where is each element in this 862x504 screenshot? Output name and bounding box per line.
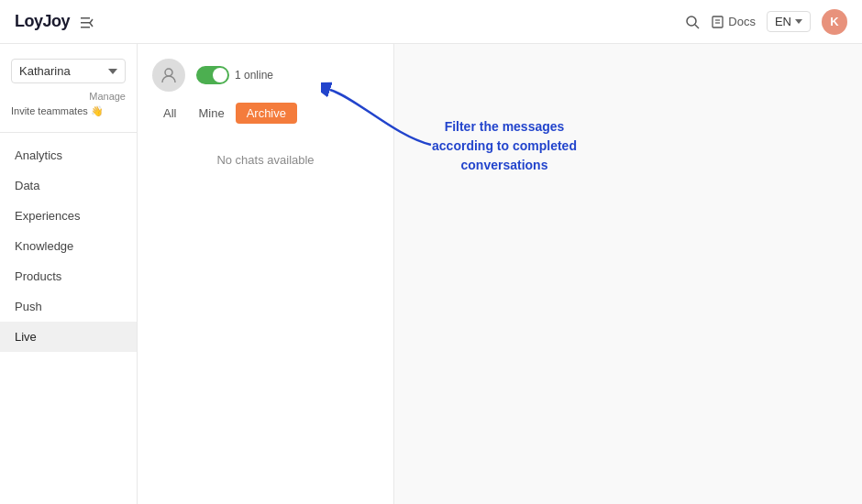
svg-point-8 <box>165 69 172 76</box>
filter-tab-all[interactable]: All <box>152 103 187 124</box>
sidebar-divider <box>0 132 137 133</box>
sidebar-item-data[interactable]: Data <box>0 170 137 201</box>
language-selector[interactable]: EN <box>767 11 811 32</box>
filter-tab-archive[interactable]: Archive <box>236 103 297 124</box>
sidebar-item-label-live: Live <box>15 330 37 344</box>
sidebar-item-label-analytics: Analytics <box>15 148 62 162</box>
annotation-text: Filter the messages according to complet… <box>431 117 578 175</box>
svg-rect-2 <box>81 27 90 28</box>
sidebar-item-knowledge[interactable]: Knowledge <box>0 231 137 261</box>
svg-rect-1 <box>81 22 90 24</box>
online-toggle-area: 1 online <box>196 66 273 84</box>
sidebar-user-select-area: Katharina <box>0 55 137 91</box>
annotation-container: Filter the messages according to complet… <box>431 117 578 175</box>
online-count: 1 online <box>235 69 273 82</box>
docs-button[interactable]: Docs <box>711 15 756 28</box>
sidebar-item-experiences[interactable]: Experiences <box>0 201 137 231</box>
sidebar-invite-link[interactable]: Invite teammates 👋 <box>0 104 137 128</box>
sidebar-item-analytics[interactable]: Analytics <box>0 140 137 170</box>
header-left: LoyJoy <box>15 12 95 31</box>
sidebar-nav: Analytics Data Experiences Knowledge Pro… <box>0 140 137 352</box>
app-header: LoyJoy Docs EN <box>0 0 862 44</box>
user-select[interactable]: Katharina <box>11 59 126 83</box>
sidebar-item-label-products: Products <box>15 269 61 283</box>
sidebar-item-label-push: Push <box>15 300 42 313</box>
online-toggle[interactable] <box>196 66 229 84</box>
sidebar-item-live[interactable]: Live <box>0 322 137 352</box>
svg-rect-0 <box>81 17 90 19</box>
svg-line-4 <box>695 25 699 28</box>
toggle-knob <box>213 68 227 82</box>
sidebar-manage-link[interactable]: Manage <box>0 91 137 104</box>
filter-tab-mine[interactable]: Mine <box>187 103 235 124</box>
collapse-sidebar-button[interactable] <box>81 14 95 28</box>
chat-avatar <box>152 59 185 92</box>
search-icon[interactable] <box>685 14 700 30</box>
sidebar-item-label-knowledge: Knowledge <box>15 239 73 253</box>
annotation-arrow <box>321 81 440 154</box>
sidebar: Katharina Manage Invite teammates 👋 Anal… <box>0 44 138 504</box>
content-area: 1 online All Mine Archive No chats avail… <box>138 44 862 504</box>
sidebar-item-push[interactable]: Push <box>0 291 137 322</box>
main-layout: Katharina Manage Invite teammates 👋 Anal… <box>0 44 862 504</box>
user-avatar[interactable]: K <box>822 9 847 35</box>
annotation-area: Filter the messages according to complet… <box>394 44 862 504</box>
app-logo: LoyJoy <box>15 12 70 31</box>
lang-label: EN <box>775 15 791 28</box>
svg-point-3 <box>687 16 696 26</box>
sidebar-item-label-experiences: Experiences <box>15 209 81 223</box>
header-right: Docs EN K <box>685 9 847 35</box>
sidebar-item-label-data: Data <box>15 179 39 192</box>
sidebar-item-products[interactable]: Products <box>0 261 137 291</box>
docs-label: Docs <box>728 15 756 28</box>
svg-rect-5 <box>713 16 723 27</box>
